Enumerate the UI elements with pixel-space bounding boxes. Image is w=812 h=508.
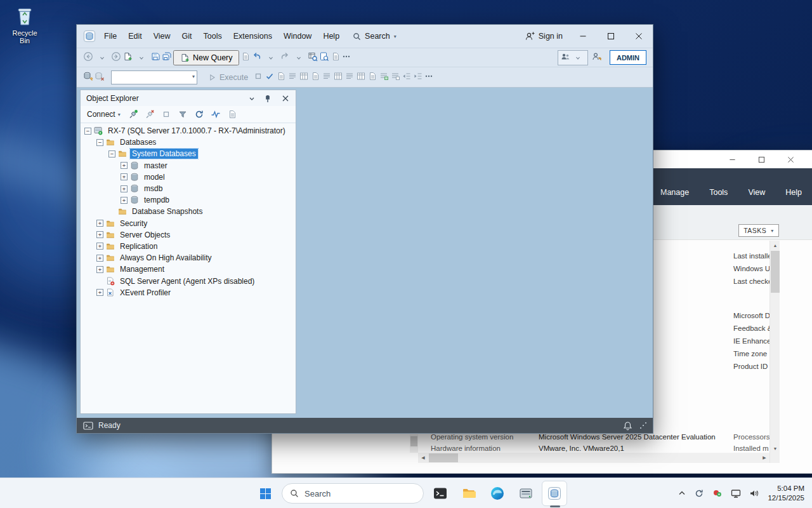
- results-text-icon[interactable]: [344, 71, 355, 83]
- tree-item[interactable]: +XEvent Profiler: [81, 287, 296, 298]
- menu-item-edit[interactable]: Edit: [122, 25, 148, 48]
- close-button[interactable]: [776, 150, 805, 168]
- tree-expander-plus[interactable]: +: [96, 231, 103, 238]
- filter-icon[interactable]: [176, 107, 190, 121]
- scroll-down-icon[interactable]: ▼: [770, 444, 780, 453]
- stop-icon[interactable]: [253, 71, 263, 83]
- minimize-button[interactable]: [569, 25, 597, 48]
- recycle-bin-icon[interactable]: Recycle Bin: [6, 5, 43, 44]
- activity-monitor-icon[interactable]: [209, 107, 223, 121]
- scroll-up-icon[interactable]: ▲: [770, 241, 780, 250]
- minimize-button[interactable]: [717, 150, 747, 168]
- notifications-bell-icon[interactable]: [623, 421, 632, 431]
- sm-menu-item-tools[interactable]: Tools: [709, 188, 728, 197]
- admin-button[interactable]: ADMIN: [610, 50, 646, 65]
- menu-item-git[interactable]: Git: [176, 25, 198, 48]
- tree-expander-plus[interactable]: +: [121, 185, 128, 192]
- maximize-button[interactable]: [747, 150, 776, 168]
- document-icon[interactable]: [240, 51, 251, 64]
- document-icon[interactable]: [331, 51, 341, 64]
- tree-item[interactable]: +Server Objects: [81, 229, 296, 241]
- intellisense-icon[interactable]: [299, 71, 309, 83]
- ssms-search-control[interactable]: Search ▾: [353, 32, 396, 41]
- scroll-left-icon[interactable]: ◀: [418, 453, 428, 463]
- pane-scrollbar[interactable]: [410, 434, 418, 453]
- tree-expander-plus[interactable]: +: [121, 162, 128, 169]
- tree-item[interactable]: +Always On High Availability: [81, 252, 296, 264]
- sm-menu-item-help[interactable]: Help: [785, 188, 802, 197]
- hardware-icon[interactable]: [712, 488, 723, 498]
- menu-item-file[interactable]: File: [98, 25, 122, 48]
- tree-expander-minus[interactable]: −: [108, 150, 115, 157]
- tree-expander-minus[interactable]: −: [96, 139, 103, 146]
- parse-check-icon[interactable]: [265, 71, 275, 83]
- overflow-icon[interactable]: [424, 71, 433, 83]
- overflow-icon[interactable]: [342, 51, 351, 64]
- close-button[interactable]: [625, 25, 653, 48]
- close-icon[interactable]: [280, 93, 291, 104]
- tree-item[interactable]: −System Databases: [81, 148, 296, 159]
- tree-item[interactable]: Database Snapshots: [81, 206, 296, 217]
- tree-item[interactable]: +tempdb: [81, 194, 296, 206]
- reports-icon[interactable]: [225, 107, 239, 121]
- taskbar-app-ssms[interactable]: [542, 481, 567, 506]
- tree-item[interactable]: SQL Server Agent (Agent XPs disabled): [81, 275, 296, 286]
- new-file-icon[interactable]: [122, 51, 133, 64]
- live-stats-icon[interactable]: [322, 71, 332, 83]
- network-icon[interactable]: [731, 488, 741, 498]
- window-position-icon[interactable]: [249, 93, 255, 104]
- tree-item[interactable]: +model: [81, 171, 296, 183]
- back-icon[interactable]: [83, 51, 93, 64]
- tree-expander-plus[interactable]: +: [96, 266, 103, 273]
- save-icon[interactable]: [150, 51, 160, 64]
- tree-expander-plus[interactable]: +: [96, 289, 103, 296]
- scroll-right-icon[interactable]: ▶: [759, 453, 769, 463]
- tree-expander-plus[interactable]: +: [96, 220, 103, 227]
- connect-database-icon[interactable]: [83, 71, 93, 83]
- scrollbar-thumb[interactable]: [771, 251, 780, 293]
- stop-icon[interactable]: [159, 107, 173, 121]
- sign-in-button[interactable]: Sign in: [525, 25, 563, 48]
- tree-item[interactable]: +master: [81, 160, 296, 171]
- uncomment-icon[interactable]: [390, 71, 400, 83]
- menu-item-tools[interactable]: Tools: [198, 25, 228, 48]
- table-search-icon[interactable]: [308, 51, 318, 64]
- indent-increase-icon[interactable]: [413, 71, 423, 83]
- query-options-icon[interactable]: [287, 71, 298, 83]
- people-icon[interactable]: [560, 51, 570, 64]
- estimated-plan-icon[interactable]: [276, 71, 286, 83]
- tree-item[interactable]: −RX-7 (SQL Server 17.0.1000.7 - RX-7\Adm…: [81, 125, 296, 137]
- taskbar-app-terminal[interactable]: [428, 481, 453, 506]
- horizontal-scrollbar[interactable]: ◀ ▶: [418, 453, 769, 463]
- caret-down-icon[interactable]: [95, 50, 110, 65]
- tree-item[interactable]: −Databases: [81, 137, 296, 148]
- taskbar-search-box[interactable]: Search: [282, 483, 424, 504]
- taskbar-app-server-manager[interactable]: [513, 481, 539, 506]
- tree-item[interactable]: +Security: [81, 218, 296, 229]
- menu-item-view[interactable]: View: [148, 25, 176, 48]
- client-stats-icon[interactable]: [333, 71, 343, 83]
- results-grid-icon[interactable]: [356, 71, 366, 83]
- pin-icon[interactable]: [263, 93, 273, 104]
- menu-item-help[interactable]: Help: [317, 25, 345, 48]
- tree-item[interactable]: +Management: [81, 264, 296, 275]
- tree-item[interactable]: +msdb: [81, 183, 296, 194]
- caret-down-icon[interactable]: [263, 50, 278, 65]
- volume-icon[interactable]: [749, 488, 759, 498]
- scrollbar-thumb[interactable]: [429, 453, 458, 462]
- sm-menu-item-manage[interactable]: Manage: [660, 188, 689, 197]
- tree-expander-minus[interactable]: −: [84, 128, 91, 135]
- comment-icon[interactable]: [379, 71, 389, 83]
- redo-icon[interactable]: [280, 51, 290, 64]
- taskbar-app-edge[interactable]: [485, 481, 510, 506]
- sync-icon[interactable]: [694, 488, 704, 498]
- user-accounts-button[interactable]: [558, 50, 588, 65]
- taskbar-clock[interactable]: 5:04 PM 12/15/2025: [768, 484, 804, 503]
- undo-icon[interactable]: [252, 51, 262, 64]
- start-button[interactable]: [252, 481, 278, 506]
- caret-down-icon[interactable]: [570, 50, 586, 65]
- refresh-icon[interactable]: [192, 107, 206, 121]
- tree-expander-plus[interactable]: +: [121, 197, 128, 204]
- available-databases-combobox[interactable]: ▾: [111, 70, 197, 84]
- file-search-icon[interactable]: [319, 51, 329, 64]
